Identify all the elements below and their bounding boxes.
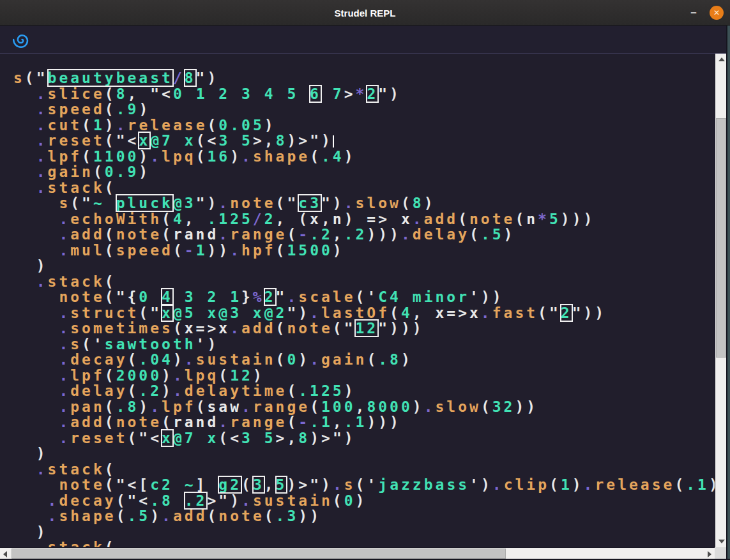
code-token: (" xyxy=(70,195,93,211)
code-token: range xyxy=(230,226,287,243)
code-token: ) xyxy=(356,492,367,509)
code-token: ( xyxy=(310,148,321,165)
code-token: ") xyxy=(310,132,333,149)
highlighted-token: 6 xyxy=(310,86,321,102)
code-line: .stack( xyxy=(13,179,715,195)
code-token: ) xyxy=(413,398,424,415)
code-token: 8 xyxy=(276,132,287,149)
code-token: / xyxy=(173,70,185,86)
code-token: ( xyxy=(264,508,276,524)
code-token: ) xyxy=(139,101,150,117)
code-token: mul xyxy=(70,242,105,259)
code-token xyxy=(13,163,36,180)
code-token xyxy=(13,148,36,165)
code-token: stack xyxy=(48,461,105,478)
minimize-button[interactable]: – xyxy=(688,6,699,19)
horizontal-scrollbar[interactable] xyxy=(0,547,715,559)
code-token: sawtooth xyxy=(105,336,196,352)
code-token xyxy=(13,398,59,415)
code-token: . xyxy=(36,117,48,133)
code-token: ) xyxy=(287,476,298,493)
code-token: ( xyxy=(196,398,208,415)
highlighted-token: beautybeast xyxy=(48,70,173,86)
code-token: @7 xyxy=(173,430,196,446)
code-token: .1 xyxy=(310,414,333,430)
code-token xyxy=(13,117,36,133)
code-token: * xyxy=(538,211,549,227)
code-token: ")) xyxy=(572,305,607,321)
highlighted-token: x xyxy=(139,132,150,149)
code-token xyxy=(13,211,59,227)
code-token: ) xyxy=(287,132,299,149)
code-token: . xyxy=(59,430,70,446)
code-line: .add(note(rand.range(-.1,.1))) xyxy=(13,414,715,430)
code-token: @3 xyxy=(173,195,196,211)
code-token: c2 ~ xyxy=(150,476,195,493)
code-line: .lpf(1100).lpq(16).shape(.4) xyxy=(13,148,715,164)
code-token: . xyxy=(218,414,230,430)
scroll-down-arrow-icon[interactable] xyxy=(719,540,725,543)
code-token: ( xyxy=(196,148,208,165)
code-token: . xyxy=(218,226,230,243)
vertical-scrollbar[interactable] xyxy=(715,54,726,547)
code-token: lastOf xyxy=(321,305,390,321)
scroll-right-arrow-icon[interactable] xyxy=(708,551,711,557)
code-line: s("beautybeast/8") xyxy=(13,70,715,86)
code-token: ( xyxy=(105,273,116,290)
code-token: . xyxy=(162,508,173,524)
code-token: speed xyxy=(48,101,105,117)
code-line: .slice(8, "<0 1 2 3 4 5 6 7>*2") xyxy=(13,86,715,102)
code-token: , (x,n) => x xyxy=(276,211,413,227)
code-token: )) xyxy=(298,508,321,524)
code-token xyxy=(13,242,59,259)
code-token: > xyxy=(321,430,333,446)
code-token: . xyxy=(173,367,185,384)
vertical-scrollbar-thumb[interactable] xyxy=(716,118,726,358)
code-line: ) xyxy=(13,524,715,540)
code-token: , xyxy=(333,226,344,243)
code-line: .delay(.2).delaytime(.125) xyxy=(13,382,715,398)
strudel-spiral-icon[interactable] xyxy=(13,31,31,49)
code-token: (' xyxy=(356,476,379,493)
code-token: 0 xyxy=(139,289,162,305)
code-token xyxy=(13,367,59,384)
code-token: (" xyxy=(538,305,561,321)
code-token: ( xyxy=(162,211,173,227)
code-token: ( xyxy=(287,226,298,243)
code-token: . xyxy=(59,320,70,337)
code-token: delaytime xyxy=(185,382,287,399)
titlebar[interactable]: Strudel REPL – ✕ xyxy=(0,0,730,26)
code-token: .3 xyxy=(276,508,299,524)
code-token: . xyxy=(36,132,48,149)
code-token: . xyxy=(424,398,436,415)
code-token: cut xyxy=(48,117,82,133)
code-token: ) xyxy=(230,148,241,165)
code-token xyxy=(13,132,36,149)
code-token: . xyxy=(310,305,321,321)
code-token: , xyxy=(185,211,208,227)
code-token: 100 xyxy=(321,398,356,415)
code-token: . xyxy=(230,242,241,259)
close-button[interactable]: ✕ xyxy=(710,6,724,20)
code-token: ( xyxy=(196,132,208,149)
code-token: ( xyxy=(241,476,253,493)
horizontal-scrollbar-thumb[interactable] xyxy=(11,549,506,559)
highlighted-token: 5 xyxy=(276,476,287,493)
code-token: . xyxy=(48,492,59,509)
code-token: ( xyxy=(515,211,526,227)
code-token: (" xyxy=(276,195,299,211)
code-token: )) xyxy=(515,398,538,415)
code-token: . xyxy=(310,351,321,368)
scroll-up-arrow-icon[interactable] xyxy=(719,57,725,61)
scroll-left-arrow-icon[interactable] xyxy=(3,551,7,557)
code-token: < xyxy=(128,132,139,149)
code-token: < xyxy=(150,430,162,446)
code-token: ) xyxy=(401,351,413,368)
code-token xyxy=(13,382,59,399)
code-token xyxy=(13,351,59,368)
code-token: 1 xyxy=(93,117,105,133)
code-editor[interactable]: s("beautybeast/8") .slice(8, "<0 1 2 3 4… xyxy=(0,54,715,547)
code-token: . xyxy=(36,461,48,478)
code-line: note("{0 4 3 2 1}%2".scale('C4 minor')) xyxy=(13,289,715,305)
code-token: .8 xyxy=(116,398,139,415)
